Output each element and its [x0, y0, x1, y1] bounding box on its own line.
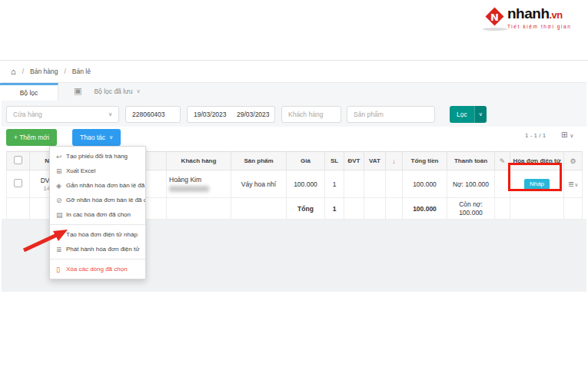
- brand-tagline: Tiết kiệm thời gian: [507, 24, 572, 29]
- col-header-settings[interactable]: ⚙: [564, 152, 583, 170]
- brand-word: nhanh: [507, 5, 550, 21]
- col-header-vat[interactable]: VAT: [364, 152, 386, 170]
- column-settings-button[interactable]: ⊞ ∨: [561, 131, 573, 139]
- svg-text:N: N: [490, 12, 499, 23]
- note-cell: [495, 170, 510, 198]
- einvoice-draft-badge[interactable]: Nháp: [524, 179, 550, 190]
- row-checkbox[interactable]: [14, 179, 22, 187]
- menu-item-xuat-excel[interactable]: ⊞ Xuất Excel: [50, 164, 145, 178]
- row-checkbox-cell: [7, 170, 30, 198]
- home-icon[interactable]: ⌂: [11, 67, 16, 76]
- tab-bo-loc[interactable]: Bộ lọc: [0, 83, 58, 101]
- invoice-draft-icon: ≣: [56, 231, 66, 239]
- menu-item-phat-hanh-hoa-don-dien-tu[interactable]: ≣ Phát hành hóa đơn điện tử: [50, 242, 145, 256]
- row-actions-cell: ≣∨: [564, 170, 583, 198]
- saved-filters-dropdown[interactable]: ▣ Bộ lọc đã lưu ∨: [74, 86, 141, 96]
- breadcrumb-ban-le[interactable]: Bán lẻ: [72, 68, 91, 75]
- select-all-checkbox[interactable]: [14, 156, 22, 164]
- menu-item-xoa-cac-dong-da-chon[interactable]: ▯ Xóa các dòng đã chọn: [50, 262, 145, 276]
- col-header-note[interactable]: ✎: [495, 152, 510, 170]
- product-cell: Váy hoa nhí: [231, 170, 287, 198]
- menu-separator: [50, 259, 145, 260]
- gear-icon: ⚙: [570, 157, 576, 165]
- totals-debt: Còn nợ: 100.000: [447, 198, 495, 220]
- customer-cell: Hoàng Kim: [167, 170, 231, 198]
- chevron-down-icon: ∨: [474, 106, 487, 123]
- col-header-product[interactable]: Sản phẩm: [231, 152, 287, 170]
- col-header-einvoice[interactable]: Hóa đơn điện tử: [510, 152, 564, 170]
- menu-item-in-hoa-don[interactable]: ▤ In các hóa đơn đã chọn: [50, 207, 145, 222]
- bookmark-icon: ▣: [74, 86, 81, 96]
- row-menu-button[interactable]: ≣∨: [568, 180, 579, 188]
- chevron-down-icon: ∨: [137, 88, 141, 94]
- sort-cell: [386, 170, 403, 198]
- payment-cell: Nợ: 100.000: [447, 170, 495, 198]
- store-select[interactable]: Cửa hàng ∨: [6, 106, 119, 123]
- pagination-info: 1 - 1 / 1: [525, 132, 546, 139]
- chevron-down-icon: ∨: [109, 134, 113, 141]
- trash-icon: ▯: [56, 266, 66, 273]
- einvoice-cell: Nháp: [510, 170, 564, 198]
- customer-search-input[interactable]: Khách hàng: [281, 106, 341, 123]
- date-from-input[interactable]: 19/03/2023: [187, 106, 231, 123]
- menu-item-go-nhan[interactable]: ⊘ Gỡ nhãn hóa đơn bán lẻ đã chọn: [50, 193, 145, 207]
- col-header-sort[interactable]: ↓: [386, 152, 403, 170]
- totals-qty: 1: [325, 198, 344, 220]
- breadcrumb-ban-hang[interactable]: Bán hàng: [30, 68, 58, 75]
- unit-cell: [344, 170, 364, 198]
- sort-down-arrow-icon: ↓: [392, 157, 396, 165]
- brand-logo-icon: N: [484, 6, 505, 27]
- qty-cell: 1: [325, 170, 344, 198]
- printer-icon: ▤: [56, 211, 66, 219]
- logo-shadow: [483, 28, 507, 31]
- chevron-down-icon: ∨: [108, 111, 112, 117]
- menu-item-gan-nhan[interactable]: ◈ Gắn nhãn hóa đơn bán lẻ đã chọn: [50, 178, 145, 193]
- filter-apply-button[interactable]: Lọc ∨: [450, 106, 487, 123]
- col-header-qty[interactable]: SL: [325, 152, 344, 170]
- page: N nhanh.vn Tiết kiệm thời gian ⌂ / Bán h…: [0, 0, 588, 367]
- breadcrumb: ⌂ / Bán hàng / Bán lẻ: [2, 61, 586, 83]
- add-new-button[interactable]: + Thêm mới: [6, 129, 57, 146]
- vat-cell: [364, 170, 386, 198]
- actions-dropdown-menu: ↩ Tạo phiếu đổi trả hàng ⊞ Xuất Excel ◈ …: [49, 146, 146, 279]
- menu-separator: [50, 224, 145, 225]
- actions-button[interactable]: Thao tác ∨: [72, 129, 121, 146]
- untag-icon: ⊘: [56, 197, 66, 204]
- saved-filters-label: Bộ lọc đã lưu: [94, 88, 132, 95]
- col-header-payment[interactable]: Thanh toán: [447, 152, 495, 170]
- brand-tld: .vn: [550, 9, 563, 21]
- brand-logo: N nhanh.vn Tiết kiệm thời gian: [484, 6, 584, 29]
- return-icon: ↩: [56, 153, 66, 160]
- menu-item-tao-phieu-doi-tra-hang[interactable]: ↩ Tạo phiếu đổi trả hàng: [50, 149, 145, 164]
- select-all-checkbox-cell: [7, 152, 30, 170]
- col-header-total[interactable]: Tổng tiền: [403, 152, 447, 170]
- invoice-publish-icon: ≣: [56, 246, 66, 253]
- menu-item-tao-hoa-don-dien-tu-nhap[interactable]: ≣ Tạo hóa đơn điện tử nháp: [50, 227, 145, 242]
- totals-amount: 100.000: [403, 198, 447, 220]
- total-cell: 100.000: [403, 170, 447, 198]
- blurred-phone-number: [169, 186, 209, 192]
- price-cell: 100.000: [287, 170, 325, 198]
- totals-label: Tổng: [287, 198, 325, 220]
- col-header-customer[interactable]: Khách hàng: [167, 152, 231, 170]
- tag-icon: ◈: [56, 182, 66, 190]
- product-search-input[interactable]: Sản phẩm: [347, 106, 435, 123]
- col-header-unit[interactable]: ĐVT: [344, 152, 364, 170]
- tab-bo-loc-label: Bộ lọc: [20, 89, 38, 97]
- note-icon: ✎: [500, 157, 506, 165]
- date-to-input[interactable]: 29/03/2023: [231, 106, 275, 123]
- order-code-input[interactable]: 228060403: [125, 106, 181, 123]
- col-header-price[interactable]: Giá: [287, 152, 325, 170]
- excel-export-icon: ⊞: [56, 167, 66, 175]
